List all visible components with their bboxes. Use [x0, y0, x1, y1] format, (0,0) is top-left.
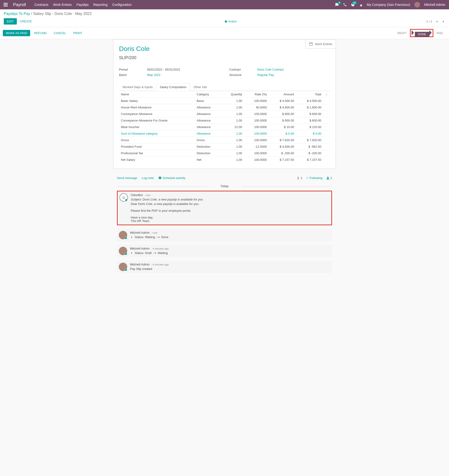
user-avatar-small — [119, 263, 127, 271]
pager-text: 1 / 1 — [426, 20, 432, 23]
table-row[interactable]: Gross Gross 1.00 100.0000 $ 7,920.00 $ 7… — [119, 137, 330, 143]
nav-contracts[interactable]: Contracts — [34, 3, 48, 6]
person-icon — [326, 176, 329, 180]
table-row[interactable]: Conveyance Allowance For Gravie Allowanc… — [119, 117, 330, 124]
table-row[interactable]: House Rent Allowance Allowance 1.00 40.0… — [119, 104, 330, 111]
form-sheet: Work Entries Doris Cole SLIP/200 Period … — [113, 39, 336, 169]
svg-rect-6 — [4, 6, 5, 6]
breadcrumb-current: Salary Slip - Doris Cole - May 2022 — [33, 12, 92, 16]
pager-prev-icon[interactable] — [435, 20, 439, 23]
user-name[interactable]: Mitchell Admin — [424, 3, 445, 6]
edit-button[interactable]: EDIT — [4, 18, 17, 24]
table-row[interactable]: Conveyance Allowance Allowance 1.00 100.… — [119, 111, 330, 117]
send-message-link[interactable]: Send message — [117, 176, 137, 180]
message-author: Mitchell Admin — [130, 263, 150, 266]
message: Mitchell Admin - now Status: Waiting Don… — [117, 229, 332, 241]
message-author: OdooBot — [131, 193, 143, 197]
svg-rect-1 — [5, 3, 6, 4]
svg-rect-4 — [5, 4, 6, 5]
salary-table: Name Category Quantity Rate (%) Amount T… — [119, 91, 330, 163]
message-time: - 4 minutes ago — [151, 247, 169, 250]
schedule-activity-link[interactable]: Schedule activity — [158, 176, 185, 180]
activities-icon[interactable]: 37 — [351, 3, 355, 6]
tabs: Worked Days & Inputs Salary Computation … — [119, 83, 330, 91]
app-title: Payroll — [13, 2, 26, 7]
attachments[interactable]: 1 — [297, 176, 302, 180]
gear-icon — [224, 20, 227, 23]
table-row[interactable]: Professional Tax Deduction 1.00 100.0000… — [119, 150, 330, 157]
svg-rect-8 — [6, 6, 7, 6]
nav-reporting[interactable]: Reporting — [93, 3, 108, 6]
message: ☺ OdooBot - now Subject: Doris Cole, a n… — [117, 191, 332, 225]
bot-avatar: ☺ — [120, 193, 128, 202]
status-draft[interactable]: DRAFT — [394, 31, 410, 36]
message-author: Mitchell Admin — [130, 231, 150, 234]
action-dropdown[interactable]: Action — [224, 20, 237, 23]
work-entries-button[interactable]: Work Entries — [305, 40, 336, 49]
slip-reference: SLIP/200 — [119, 55, 330, 60]
structure-label: Structure — [229, 73, 257, 77]
cancel-button[interactable]: CANCEL — [51, 30, 69, 36]
status-paid[interactable]: PAID — [433, 31, 446, 36]
col-rate: Rate (%) — [244, 91, 269, 98]
breadcrumb: Payslips To Pay / Salary Slip - Doris Co… — [4, 12, 92, 16]
breadcrumb-parent[interactable]: Payslips To Pay — [4, 12, 30, 16]
status-done[interactable]: DONE — [415, 32, 430, 37]
pager-next-icon[interactable] — [442, 20, 445, 23]
table-row[interactable]: Net Salary Net 1.00 100.0000 $ 7,157.50 … — [119, 157, 330, 163]
message-author: Mitchell Admin — [130, 247, 150, 250]
debug-icon[interactable] — [359, 3, 363, 6]
log-note-link[interactable]: Log note — [142, 176, 154, 180]
col-amount: Amount — [269, 91, 296, 98]
following-button[interactable]: ✓ Following — [306, 176, 322, 180]
followers-count[interactable]: 1 — [326, 176, 332, 180]
svg-rect-2 — [6, 3, 7, 4]
activities-badge: 37 — [352, 1, 357, 5]
phone-icon[interactable] — [343, 3, 347, 6]
svg-rect-3 — [4, 4, 5, 5]
svg-marker-9 — [412, 30, 414, 35]
user-avatar[interactable] — [414, 2, 420, 7]
svg-rect-7 — [5, 6, 6, 6]
print-button[interactable]: PRINT — [70, 30, 85, 36]
table-options-icon[interactable]: ⋮ — [323, 91, 330, 98]
messages-badge: 7 — [337, 1, 341, 5]
messages-icon[interactable]: 7 — [335, 3, 339, 6]
arrow-right-icon — [156, 236, 160, 238]
period-label: Period — [119, 68, 147, 71]
contract-label: Contract — [229, 68, 257, 71]
mark-as-paid-button[interactable]: MARK AS PAID — [3, 30, 30, 36]
svg-rect-5 — [6, 4, 7, 5]
pager: 1 / 1 — [426, 20, 445, 23]
today-separator: Today — [117, 184, 332, 188]
clock-icon — [158, 176, 161, 180]
nav-payslips[interactable]: Payslips — [76, 3, 89, 6]
user-avatar-small — [119, 231, 127, 239]
nav-work-entries[interactable]: Work Entries — [53, 3, 72, 6]
table-row[interactable]: Basic Salary Basic 1.00 100.0000 $ 4,500… — [119, 98, 330, 104]
arrow-right-icon — [153, 252, 156, 254]
table-row[interactable]: Meal Voucher Allowance 22.00 100.0000 $ … — [119, 124, 330, 130]
structure-link[interactable]: Regular Pay — [257, 73, 274, 77]
contract-link[interactable]: Doris Cole Contract — [257, 68, 284, 71]
navbar: Payroll Contracts Work Entries Payslips … — [0, 0, 449, 9]
col-quantity: Quantity — [221, 91, 244, 98]
table-row[interactable]: Provident Fund Deduction 1.00 -12.5000 $… — [119, 143, 330, 150]
tab-other-info[interactable]: Other Info — [190, 83, 210, 91]
apps-icon[interactable] — [4, 3, 7, 6]
tab-worked-days[interactable]: Worked Days & Inputs — [119, 83, 156, 91]
svg-rect-0 — [4, 3, 5, 4]
tab-salary-computation[interactable]: Salary Computation — [156, 83, 190, 91]
employee-name: Doris Cole — [119, 45, 330, 53]
create-button[interactable]: CREATE — [17, 18, 35, 24]
message: Mitchell Admin - 4 minutes ago Status: D… — [117, 245, 332, 257]
calendar-icon — [309, 42, 313, 46]
table-row[interactable]: Sum of Allowance category Allowance 1.00… — [119, 130, 330, 137]
user-avatar-small — [119, 247, 127, 255]
chatter: Send message Log note Schedule activity … — [113, 174, 336, 282]
company-label[interactable]: My Company (San Francisco) — [367, 3, 410, 6]
col-total: Total — [296, 91, 323, 98]
batch-link[interactable]: May 2022 — [147, 73, 161, 77]
refund-button[interactable]: REFUND — [31, 30, 50, 36]
nav-configuration[interactable]: Configuration — [112, 3, 132, 6]
